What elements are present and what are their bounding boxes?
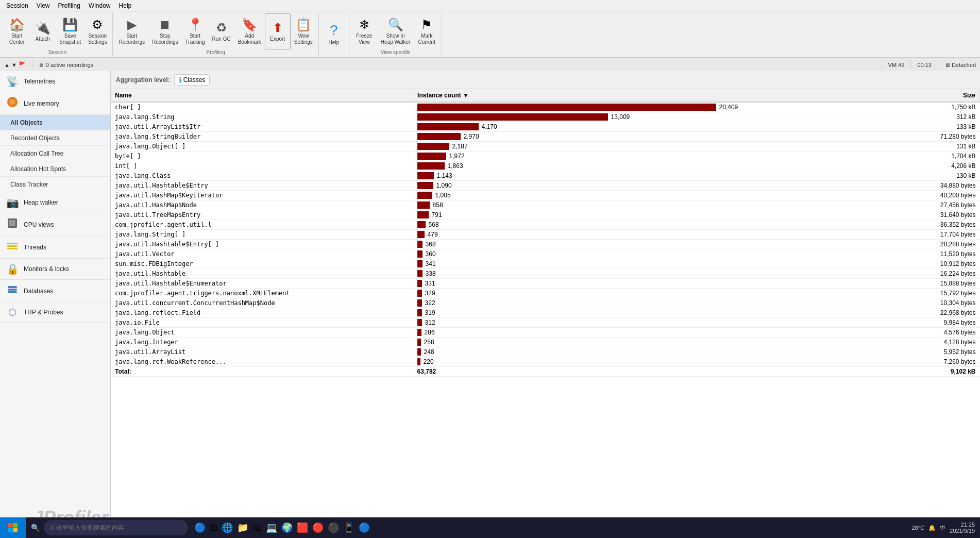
data-table-wrapper: Name Instance count ▼ Size char[ ] 20,40… (111, 89, 980, 518)
taskbar-search-input[interactable] (44, 520, 188, 535)
freeze-icon: ❄ (359, 18, 369, 32)
table-row[interactable]: java.util.HashMap$Node 858 27,456 bytes (111, 200, 980, 210)
edge-icon[interactable]: 🌐 (222, 522, 233, 533)
cell-name: java.lang.reflect.Field (111, 308, 413, 318)
table-row[interactable]: java.lang.String[ ] 479 17,704 bytes (111, 230, 980, 240)
freeze-view-button[interactable]: ❄ FreezeView (351, 13, 377, 49)
github-icon[interactable]: ⚫ (328, 522, 339, 533)
table-row[interactable]: com.jprofiler.agent.triggers.nanoxml.XML… (111, 289, 980, 298)
stop-recordings-button[interactable]: ⏹ StopRecordings (148, 13, 182, 49)
cell-name: java.io.File (111, 318, 413, 328)
sidebar-item-monitors-locks[interactable]: 🔒 Monitors & locks (0, 259, 110, 280)
settings-icon: ⚙ (92, 18, 103, 32)
toolbar-group-session: 🏠 StartCenter 🔌 Attach 💾 SaveSnapshot ⚙ … (2, 12, 113, 56)
sidebar-item-cpu-views[interactable]: CPU views (0, 213, 110, 236)
export-icon: ⬆ (273, 21, 283, 35)
cell-count: 220 (413, 357, 854, 367)
table-row[interactable]: java.util.ArrayList 248 5,952 bytes (111, 347, 980, 357)
sidebar-sub-all-objects[interactable]: All Objects (0, 115, 110, 130)
menu-session[interactable]: Session (2, 1, 32, 10)
toolbar-group-view-specific: ❄ FreezeView 🔍 Show InHeap Walker ⚑ Mark… (349, 12, 442, 56)
sidebar-item-heap-walker[interactable]: 📷 Heap walker (0, 192, 110, 213)
aggregation-classes-button[interactable]: ℹ Classes (174, 74, 210, 86)
save-snapshot-button[interactable]: 💾 SaveSnapshot (56, 13, 85, 49)
col-size[interactable]: Size (854, 89, 979, 102)
cell-size: 28,288 bytes (854, 240, 979, 249)
table-row[interactable]: java.lang.String 13,009 312 kB (111, 112, 980, 122)
windows-start-button[interactable] (0, 517, 26, 538)
table-row[interactable]: java.lang.Integer 258 4,128 bytes (111, 338, 980, 347)
menu-help[interactable]: Help (115, 1, 136, 10)
table-row[interactable]: com.jprofiler.agent.util.l 568 36,352 by… (111, 220, 980, 230)
table-row[interactable]: java.util.ArrayList$Itr 4,170 133 kB (111, 122, 980, 132)
table-row[interactable]: java.io.File 312 9,984 bytes (111, 318, 980, 328)
explorer-icon[interactable]: 📁 (237, 522, 248, 533)
attach-button[interactable]: 🔌 Attach (30, 13, 56, 49)
app2-icon[interactable]: 🟥 (297, 522, 308, 533)
save-icon: 💾 (62, 18, 78, 32)
cell-count: 329 (413, 289, 854, 298)
table-row[interactable]: java.util.Hashtable$Entry[ ] 368 28,288 … (111, 240, 980, 249)
app5-icon[interactable]: 🔵 (359, 522, 370, 533)
menu-view[interactable]: View (32, 1, 54, 10)
sidebar-item-threads[interactable]: Threads (0, 236, 110, 259)
start-center-button[interactable]: 🏠 StartCenter (4, 13, 30, 49)
cell-name: java.lang.Object[ ] (111, 142, 413, 152)
table-row[interactable]: char[ ] 20,409 1,750 kB (111, 102, 980, 112)
cell-size: 130 kB (854, 171, 979, 181)
table-row[interactable]: int[ ] 1,863 4,206 kB (111, 161, 980, 171)
mark-current-button[interactable]: ⚑ MarkCurrent (414, 13, 440, 49)
start-tracking-button[interactable]: 📍 StartTracking (182, 13, 209, 49)
table-row[interactable]: java.lang.ref.WeakReference... 220 7,260… (111, 357, 980, 367)
chrome-icon[interactable]: 🌍 (281, 522, 293, 533)
help-button[interactable]: ? Help (321, 16, 347, 52)
table-row[interactable]: java.lang.Class 1,143 130 kB (111, 171, 980, 181)
table-row[interactable]: java.util.HashMap$KeyIterator 1,005 40,2… (111, 191, 980, 200)
session-settings-button[interactable]: ⚙ SessionSettings (85, 13, 110, 49)
sidebar-item-live-memory[interactable]: Live memory (0, 92, 110, 115)
sidebar-item-telemetries[interactable]: 📡 Telemetries (0, 71, 110, 92)
col-name[interactable]: Name (111, 89, 413, 102)
table-row[interactable]: java.lang.Object[ ] 2,187 131 kB (111, 142, 980, 152)
table-row[interactable]: sun.misc.FDBigInteger 341 10,912 bytes (111, 259, 980, 269)
table-row[interactable]: java.util.Hashtable$Enumerator 331 15,88… (111, 279, 980, 289)
app3-icon[interactable]: 🔴 (312, 522, 324, 533)
menu-profiling[interactable]: Profiling (54, 1, 85, 10)
app4-icon[interactable]: 📱 (343, 522, 354, 533)
table-row[interactable]: java.lang.Object 286 4,576 bytes (111, 328, 980, 338)
sidebar-sub-allocation-hot-spots[interactable]: Allocation Hot Spots (0, 161, 110, 177)
table-row[interactable]: java.util.concurrent.ConcurrentHashMap$N… (111, 298, 980, 308)
sidebar-sub-recorded-objects[interactable]: Recorded Objects (0, 130, 110, 146)
start-recordings-button[interactable]: ▶ StartRecordings (115, 13, 148, 49)
sidebar-item-trp-probes[interactable]: ⬡ TRP & Probes (0, 302, 110, 323)
menu-window[interactable]: Window (85, 1, 115, 10)
export-button[interactable]: ⬆ Export (265, 13, 291, 49)
cortana-icon[interactable]: 🔵 (194, 522, 206, 533)
store-icon[interactable]: 🛍 (252, 523, 262, 533)
sidebar-item-databases[interactable]: Databases (0, 280, 110, 302)
table-row[interactable]: java.lang.StringBuilder 2,970 71,280 byt… (111, 132, 980, 142)
help-icon: ? (330, 22, 338, 39)
cell-name: byte[ ] (111, 152, 413, 161)
cell-size: 9,984 bytes (854, 318, 979, 328)
add-bookmark-button[interactable]: 🔖 AddBookmark (234, 13, 265, 49)
table-row[interactable]: java.lang.reflect.Field 319 22,968 bytes (111, 308, 980, 318)
table-row[interactable]: java.util.TreeMap$Entry 791 31,640 bytes (111, 210, 980, 220)
vm-status: VM #2 (888, 62, 905, 68)
sidebar-sub-allocation-call-tree[interactable]: Allocation Call Tree (0, 146, 110, 161)
svg-rect-10 (8, 523, 13, 528)
cell-name: char[ ] (111, 102, 413, 112)
table-row[interactable]: byte[ ] 1,972 1,704 kB (111, 152, 980, 161)
table-row[interactable]: java.util.Vector 360 11,520 bytes (111, 249, 980, 259)
table-row[interactable]: java.util.Hashtable$Entry 1,090 34,880 b… (111, 181, 980, 191)
run-gc-button[interactable]: ♻ Run GC (209, 13, 234, 49)
table-row[interactable]: java.util.Hashtable 338 16,224 bytes (111, 269, 980, 279)
show-in-heap-button[interactable]: 🔍 Show InHeap Walker (377, 13, 414, 49)
sidebar-sub-class-tracker[interactable]: Class Tracker (0, 177, 110, 192)
cell-name: java.util.Hashtable$Entry (111, 181, 413, 191)
view-settings-button[interactable]: 📋 ViewSettings (291, 13, 316, 49)
aggregation-bar: Aggregation level: ℹ Classes (111, 71, 980, 89)
app1-icon[interactable]: 💻 (266, 522, 277, 533)
task-view-icon[interactable]: ⊞ (210, 522, 217, 533)
col-instance-count[interactable]: Instance count ▼ (413, 89, 854, 102)
